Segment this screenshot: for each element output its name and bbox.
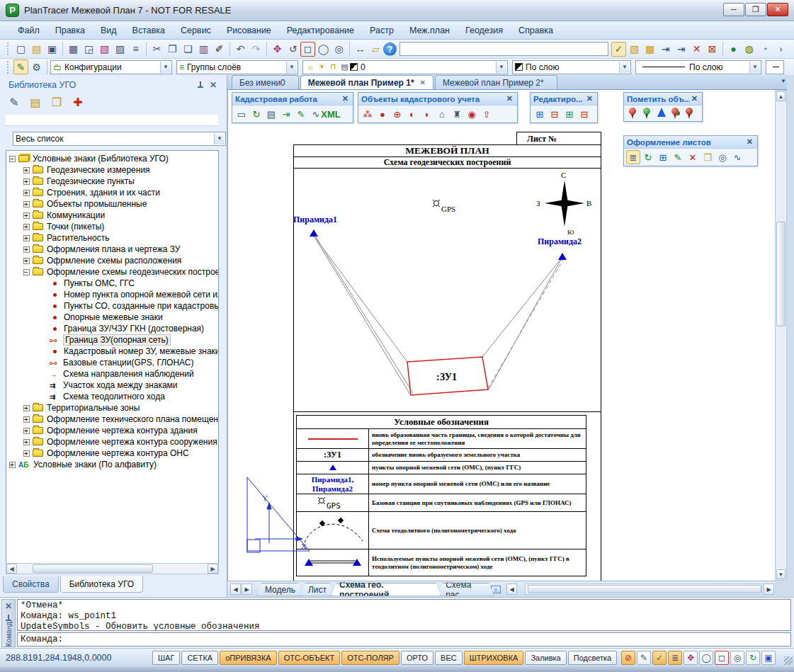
part-add-icon[interactable]: ⊞ <box>562 107 577 121</box>
bulb-icon[interactable]: ☼ <box>305 62 316 72</box>
close-icon[interactable]: ✕ <box>505 94 514 103</box>
distance-icon[interactable]: ↔ <box>353 42 368 57</box>
tree-expander-icon[interactable] <box>9 156 16 162</box>
tree-row[interactable]: Объекты промышленные <box>6 198 218 210</box>
xml-export-icon[interactable]: XML <box>324 107 338 121</box>
open-library-icon[interactable]: ▤ <box>27 93 44 110</box>
cut-icon[interactable]: ✂ <box>149 42 164 57</box>
tree-row[interactable]: Растительность <box>6 232 218 244</box>
new-file-icon[interactable]: ▢ <box>13 42 28 57</box>
drawing-canvas[interactable]: Лист № МЕЖЕВОЙ ПЛАН Схема геодезических … <box>227 90 775 581</box>
tree-expander-icon[interactable] <box>40 348 47 355</box>
tree-expander-icon[interactable] <box>40 371 47 377</box>
tree-row[interactable]: Офрмление схемы расположения <box>6 255 218 266</box>
pin-icon[interactable] <box>197 81 204 89</box>
scrollbar-thumb[interactable] <box>776 222 786 326</box>
tabs-last-icon[interactable]: ▶ <box>764 583 774 595</box>
sheet-refresh-icon[interactable]: ↻ <box>641 150 655 164</box>
quick-props-icon[interactable]: ✓ <box>652 651 667 665</box>
tree-expander-icon[interactable] <box>23 190 30 196</box>
tree-expander-icon[interactable] <box>23 428 30 434</box>
tree-row[interactable]: Участок хода между знаками <box>6 380 218 391</box>
save-icon[interactable]: ▣ <box>45 42 59 57</box>
parcel-icon[interactable]: ● <box>375 107 390 121</box>
mark-green-pin-icon[interactable] <box>642 107 652 120</box>
tree-row[interactable]: Оформление чертежа контура ОНС <box>6 448 218 459</box>
zoom-prev-icon[interactable]: ◎ <box>730 651 744 665</box>
tree-row[interactable]: Оформление чертежа контура здания <box>6 425 218 436</box>
tree-expander-icon[interactable] <box>23 405 30 411</box>
layer-groups-combo[interactable]: ≡ Группы слоёв ▼ <box>176 60 298 74</box>
menu-item[interactable]: Растр <box>362 23 402 38</box>
scrollbar-thumb[interactable] <box>528 585 761 593</box>
status-toggle-button[interactable]: Подсветка <box>568 651 617 665</box>
sheet-import-icon[interactable]: ⇥ <box>658 42 673 57</box>
status-toggle-button[interactable]: ШТРИХОВКА <box>464 651 524 665</box>
edit-work-icon[interactable]: ✎ <box>294 107 308 121</box>
contour-add-icon[interactable]: ⊞ <box>533 107 547 121</box>
frame-new-icon[interactable]: ❐ <box>701 150 715 164</box>
parcel-group-icon[interactable]: ⁂ <box>361 107 375 121</box>
close-icon[interactable]: ✕ <box>585 94 594 103</box>
layout-tab[interactable]: Модель <box>257 583 303 596</box>
print-icon[interactable]: ▦ <box>66 42 81 57</box>
tree-expander-icon[interactable] <box>9 462 16 468</box>
panel-tab[interactable]: Свойства <box>3 576 59 593</box>
maximize-button[interactable]: ❐ <box>745 3 766 16</box>
zoom-dynamic-icon[interactable]: ◯ <box>316 42 331 57</box>
tree-row[interactable]: Кадастровый номер ЗУ, межевые знаки гот <box>6 346 218 357</box>
redo-icon[interactable]: ↷ <box>249 42 263 57</box>
shape-points-icon[interactable]: ∿ <box>730 150 744 164</box>
paste-special-icon[interactable]: ▥ <box>196 42 211 57</box>
tree-expander-icon[interactable] <box>40 326 47 332</box>
print-preview-icon[interactable]: ◲ <box>81 42 96 57</box>
current-layer-combo[interactable]: ☼☀⊓▤ 0 ▼ <box>302 60 508 74</box>
properties-icon[interactable]: ✎ <box>637 651 651 665</box>
document-tab[interactable]: Межевой план Пример 2* <box>435 75 557 89</box>
format-brush-icon[interactable]: ✐ <box>212 42 227 57</box>
minimize-button[interactable]: ─ <box>723 3 744 16</box>
export-work-icon[interactable]: ⇥ <box>279 107 293 121</box>
scroll-left-icon[interactable]: ◀ <box>6 564 17 574</box>
tree-expander-icon[interactable] <box>23 416 30 423</box>
help-icon[interactable]: ? <box>383 42 397 56</box>
selection-off-icon[interactable]: ⊘ <box>621 651 635 665</box>
chevron-down-icon[interactable]: ▼ <box>496 62 506 73</box>
library-filter-combo[interactable]: Весь список ▼ <box>13 132 226 146</box>
command-history[interactable]: *Отмена*Команда: ws_point1UpdateSymbols … <box>17 599 791 631</box>
close-icon[interactable]: ✕ <box>690 94 699 103</box>
sheet-import2-icon[interactable]: ⇥ <box>674 42 688 57</box>
image-insert-icon[interactable]: ▧ <box>627 42 642 57</box>
tree-row[interactable]: Пункты СО, созданные при кадастровых ра <box>6 300 218 312</box>
new-work-icon[interactable]: ▭ <box>234 107 249 121</box>
tree-expander-icon[interactable] <box>23 450 30 457</box>
scroll-down-icon[interactable]: ▼ <box>776 569 786 579</box>
close-icon[interactable]: ✕ <box>210 80 217 90</box>
menu-item[interactable]: Рисование <box>219 23 279 38</box>
command-input[interactable]: Команда: <box>17 632 791 647</box>
command-quick-input[interactable] <box>399 42 608 56</box>
part-delete-icon[interactable]: ⊟ <box>577 107 591 121</box>
lock-icon[interactable]: ⊓ <box>328 62 339 72</box>
circle-group2-icon[interactable]: ◑ <box>773 42 788 57</box>
pan-icon[interactable]: ✥ <box>684 651 698 665</box>
sheet-delete-icon[interactable]: ✕ <box>686 150 700 164</box>
tree-row[interactable]: Базовые станции(GPS, ГЛОНАС) <box>6 357 218 368</box>
menu-item[interactable]: Вид <box>93 23 125 38</box>
batch-print-icon[interactable]: ≡ <box>128 42 143 57</box>
document-tab[interactable]: Без имени0 <box>232 75 299 89</box>
layout-tab[interactable]: Схема гео. построений <box>331 583 441 596</box>
grid-insert-icon[interactable]: ▦ <box>642 42 657 57</box>
library-add-icon[interactable]: ✚ <box>69 93 86 110</box>
tree-row[interactable]: Схема теодолитного хода <box>6 391 218 402</box>
configurations-combo[interactable]: 🗀 Конфигурации ▼ <box>50 60 172 74</box>
chevron-down-icon[interactable]: ▼ <box>619 62 630 73</box>
tree-expander-icon[interactable] <box>40 394 47 400</box>
tree-expander-icon[interactable] <box>23 201 30 207</box>
menu-item[interactable]: Редактирование <box>279 23 362 38</box>
viewport-icon[interactable]: ▣ <box>761 651 776 665</box>
tree-expander-icon[interactable] <box>40 360 47 366</box>
tree-expander-icon[interactable] <box>40 314 47 321</box>
printer-icon[interactable]: ▤ <box>339 62 350 72</box>
new-symbol-icon[interactable]: ✎ <box>6 93 23 110</box>
